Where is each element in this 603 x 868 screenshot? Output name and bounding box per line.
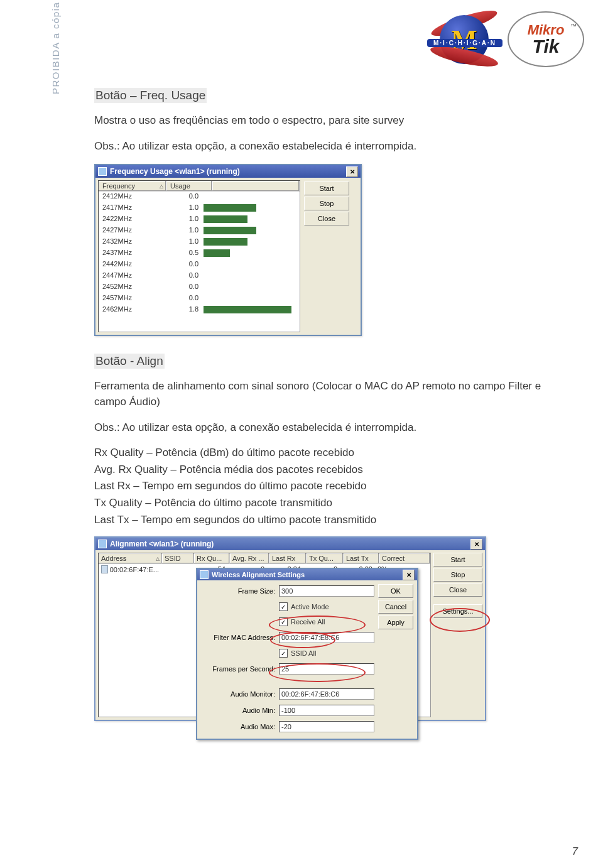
frame-size-input[interactable]: 300 <box>279 585 374 597</box>
align-window-title: Alignment <wlan1> (running) <box>110 540 214 548</box>
col-correct[interactable]: Correct <box>379 553 430 563</box>
section2-text6: Tx Quality – Potência do último pacote t… <box>94 496 559 511</box>
freq-window-title: Frequency Usage <wlan1> (running) <box>110 167 240 176</box>
alignment-window: Alignment <wlan1> (running) ✕ Address△ S… <box>94 536 486 721</box>
close-icon[interactable]: ✕ <box>346 166 358 177</box>
active-mode-checkbox[interactable]: ✓Active Mode <box>201 602 374 612</box>
col-usage[interactable]: Usage <box>166 181 212 191</box>
dialog-titlebar[interactable]: Wireless Alignment Settings ✕ <box>197 569 417 580</box>
close-button[interactable]: Close <box>304 212 349 225</box>
wireless-alignment-settings-dialog: Wireless Alignment Settings ✕ Frame Size… <box>196 568 418 740</box>
col-rx-quality[interactable]: Rx Qu... <box>194 553 230 563</box>
close-icon[interactable]: ✕ <box>403 570 415 580</box>
audio-monitor-input[interactable]: 00:02:6F:47:E8:C6 <box>279 688 374 700</box>
table-row[interactable]: 2442MHz0.0 <box>99 259 300 271</box>
header-logos: M M·I·C·H·I·G·A·N ™ Mikro Tik <box>427 11 584 67</box>
freq-window-titlebar[interactable]: Frequency Usage <wlan1> (running) ✕ <box>95 165 361 178</box>
frequency-usage-window: Frequency Usage <wlan1> (running) ✕ Freq… <box>94 164 362 336</box>
col-address[interactable]: Address△ <box>99 553 162 563</box>
col-last-tx[interactable]: Last Tx <box>344 553 379 563</box>
dialog-title: Wireless Alignment Settings <box>212 571 305 578</box>
copyright-sidebar-text: PROIBIDA a cópia total ou parcial deste … <box>50 0 61 94</box>
table-row[interactable]: 2417MHz1.0 <box>99 203 300 214</box>
mikrotik-logo: ™ Mikro Tik <box>508 11 584 67</box>
table-row[interactable]: 2432MHz1.0 <box>99 237 300 248</box>
align-window-titlebar[interactable]: Alignment <wlan1> (running) ✕ <box>95 538 485 550</box>
app-icon <box>200 570 209 579</box>
close-button[interactable]: Close <box>433 583 482 597</box>
section2-text5: Last Rx – Tempo em segundos do último pa… <box>94 479 559 494</box>
stop-button[interactable]: Stop <box>433 568 482 582</box>
start-button[interactable]: Start <box>433 553 482 567</box>
section-title-align: Botão - Align <box>94 354 165 369</box>
ssid-all-checkbox[interactable]: ✓SSID All <box>201 648 374 658</box>
section1-text2: Obs.: Ao utilizar esta opção, a conexão … <box>94 139 559 155</box>
apply-button[interactable]: Apply <box>378 616 413 629</box>
section2-text1: Ferramenta de alinhamento com sinal sono… <box>94 379 559 410</box>
section2-text7: Last Tx – Tempo em segundos do ultimo pa… <box>94 513 559 528</box>
nic-icon <box>101 565 108 573</box>
stop-button[interactable]: Stop <box>304 197 349 210</box>
section-title-freq-usage: Botão – Freq. Usage <box>94 88 207 103</box>
label-audio-min: Audio Min: <box>201 707 275 714</box>
col-tx-quality[interactable]: Tx Qu... <box>307 553 344 563</box>
table-row[interactable]: 2457MHz0.0 <box>99 293 300 305</box>
audio-max-input[interactable]: -20 <box>279 721 374 732</box>
michigan-logo: M M·I·C·H·I·G·A·N <box>427 13 503 66</box>
table-row[interactable]: 2412MHz0.0 <box>99 192 300 203</box>
app-icon <box>98 540 107 548</box>
label-fps: Frames per Second: <box>201 665 275 673</box>
table-row[interactable]: 2437MHz0.5 <box>99 248 300 259</box>
table-row[interactable]: 2462MHz1.8 <box>99 305 300 316</box>
col-ssid[interactable]: SSID <box>162 553 194 563</box>
section1-text1: Mostra o uso as freqüências em todo o es… <box>94 113 559 129</box>
frequency-table: Frequency△ Usage 2412MHz0.02417MHz1.0242… <box>98 180 300 332</box>
label-audio-monitor: Audio Monitor: <box>201 690 275 698</box>
app-icon <box>98 167 107 176</box>
col-frequency[interactable]: Frequency△ <box>99 181 166 191</box>
table-row[interactable]: 2452MHz0.0 <box>99 282 300 293</box>
label-frame-size: Frame Size: <box>201 587 275 595</box>
table-row[interactable]: 2427MHz1.0 <box>99 225 300 237</box>
label-filter-mac: Filter MAC Address: <box>201 634 275 641</box>
section2-text4: Avg. Rx Quality – Potência média dos pac… <box>94 462 559 478</box>
table-row[interactable]: 2447MHz0.0 <box>99 271 300 282</box>
cancel-button[interactable]: Cancel <box>378 600 413 614</box>
ok-button[interactable]: OK <box>378 584 413 598</box>
col-last-rx[interactable]: Last Rx <box>269 553 307 563</box>
section2-text3: Rx Quality – Potência (dBm) do último pa… <box>94 445 559 461</box>
col-avg-rx[interactable]: Avg. Rx ... <box>230 553 269 563</box>
section2-text2: Obs.: Ao utilizar esta opção, a conexão … <box>94 420 559 436</box>
start-button[interactable]: Start <box>304 182 349 195</box>
page-number: 7 <box>572 845 578 858</box>
audio-min-input[interactable]: -100 <box>279 705 374 716</box>
table-row[interactable]: 2422MHz1.0 <box>99 214 300 225</box>
label-audio-max: Audio Max: <box>201 723 275 730</box>
close-icon[interactable]: ✕ <box>470 539 482 550</box>
